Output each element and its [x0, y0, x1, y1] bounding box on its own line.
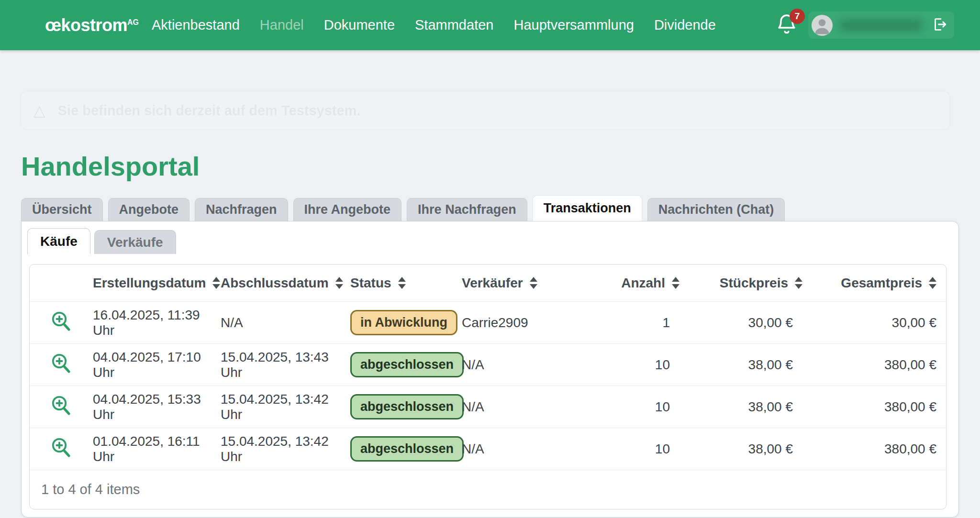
brand-logo-suffix: AG: [127, 18, 139, 26]
column-label: Erstellungsdatum: [93, 276, 206, 291]
table-row: 04.04.2025, 17:10 Uhr 15.04.2025, 13:43 …: [30, 344, 946, 386]
cell-erstellungsdatum: 04.04.2025, 15:33 Uhr: [93, 392, 221, 422]
notification-count-badge: 7: [790, 9, 805, 24]
column-label: Gesamtpreis: [841, 276, 922, 291]
column-label: Status: [350, 276, 391, 291]
tab-ihre-nachfragen[interactable]: Ihre Nachfragen: [407, 198, 527, 221]
column-label: Verkäufer: [462, 276, 523, 291]
bell-icon: [775, 31, 798, 39]
cell-abschlussdatum: 15.04.2025, 13:42 Uhr: [221, 392, 350, 422]
cell-gesamtpreis: 380,00 €: [802, 357, 946, 373]
sort-icon[interactable]: [929, 277, 936, 289]
tab-angebote[interactable]: Angebote: [108, 198, 190, 221]
table-pagination-summary: 1 to 4 of 4 items: [30, 470, 946, 509]
testsystem-ghost-banner: △ Sie befinden sich derzeit auf dem Test…: [20, 91, 950, 130]
status-badge: abgeschlossen: [350, 352, 464, 377]
sort-icon[interactable]: [795, 277, 802, 289]
sort-icon[interactable]: [672, 277, 679, 289]
sort-icon[interactable]: [335, 277, 343, 289]
main-content: Handelsportal Übersicht Angebote Nachfra…: [0, 150, 980, 518]
purchases-table: Erstellungsdatum Abschlussdatum Status V…: [29, 264, 947, 509]
cell-erstellungsdatum: 04.04.2025, 17:10 Uhr: [93, 350, 221, 380]
sort-icon[interactable]: [530, 277, 537, 289]
tab-nachrichten-chat[interactable]: Nachrichten (Chat): [647, 198, 785, 221]
cell-erstellungsdatum: 01.04.2025, 16:11 Uhr: [93, 434, 221, 464]
cell-status: in Abwicklung: [350, 310, 462, 335]
page-title: Handelsportal: [21, 150, 959, 182]
sort-icon[interactable]: [212, 277, 220, 289]
cell-anzahl: 10: [605, 399, 679, 415]
cell-anzahl: 10: [605, 357, 679, 373]
notifications-button[interactable]: 7: [775, 12, 802, 39]
table-row: 01.04.2025, 16:11 Uhr 15.04.2025, 13:42 …: [30, 428, 946, 470]
zoom-in-icon: [50, 309, 73, 336]
cell-verkaeufer: N/A: [462, 399, 605, 415]
tab-nachfragen[interactable]: Nachfragen: [195, 198, 288, 221]
column-label: Stückpreis: [720, 276, 788, 291]
cell-verkaeufer: N/A: [462, 357, 605, 373]
row-detail-button[interactable]: [30, 352, 93, 378]
status-badge: abgeschlossen: [350, 394, 464, 419]
sort-icon[interactable]: [398, 277, 406, 289]
logout-icon[interactable]: [931, 16, 947, 34]
table-row: 16.04.2025, 11:39 Uhr N/A in Abwicklung …: [30, 302, 946, 344]
status-badge: abgeschlossen: [350, 436, 464, 462]
portal-tabs: Übersicht Angebote Nachfragen Ihre Angeb…: [21, 195, 959, 221]
tab-transaktionen[interactable]: Transaktionen: [533, 195, 642, 221]
subtab-verkaeufe[interactable]: Verkäufe: [94, 230, 176, 254]
cell-verkaeufer: Carrie2909: [462, 315, 605, 331]
cell-gesamtpreis: 380,00 €: [802, 399, 946, 415]
cell-stueckpreis: 38,00 €: [679, 399, 802, 415]
ghost-banner-text: Sie befinden sich derzeit auf dem Testsy…: [58, 103, 361, 119]
column-header-stueckpreis[interactable]: Stückpreis: [679, 276, 802, 291]
table-row: 04.04.2025, 15:33 Uhr 15.04.2025, 13:42 …: [30, 386, 946, 428]
blurred-username: [839, 20, 923, 31]
nav-item-hauptversammlung[interactable]: Hauptversammlung: [513, 17, 634, 33]
cell-abschlussdatum: 15.04.2025, 13:42 Uhr: [221, 434, 350, 464]
column-label: Anzahl: [621, 276, 665, 291]
row-detail-button[interactable]: [30, 436, 93, 462]
nav-item-dokumente[interactable]: Dokumente: [324, 17, 395, 33]
user-account-chip[interactable]: [808, 11, 954, 39]
table-header-row: Erstellungsdatum Abschlussdatum Status V…: [30, 265, 946, 302]
warning-triangle-icon: △: [33, 101, 45, 120]
cell-anzahl: 10: [605, 441, 679, 457]
cell-erstellungsdatum: 16.04.2025, 11:39 Uhr: [93, 308, 221, 338]
trade-direction-subtabs: Käufe Verkäufe: [27, 228, 958, 254]
main-nav: Aktienbestand Handel Dokumente Stammdate…: [152, 0, 716, 50]
nav-item-handel[interactable]: Handel: [260, 17, 304, 33]
column-header-verkaeufer[interactable]: Verkäufer: [462, 276, 605, 291]
cell-status: abgeschlossen: [350, 394, 462, 419]
cell-abschlussdatum: 15.04.2025, 13:43 Uhr: [221, 350, 350, 380]
cell-status: abgeschlossen: [350, 352, 462, 377]
zoom-in-icon: [50, 352, 73, 378]
status-badge: in Abwicklung: [350, 310, 457, 335]
cell-verkaeufer: N/A: [462, 441, 605, 457]
column-header-abschlussdatum[interactable]: Abschlussdatum: [221, 276, 350, 291]
column-header-gesamtpreis[interactable]: Gesamtpreis: [802, 276, 946, 291]
column-header-status[interactable]: Status: [350, 276, 462, 291]
row-detail-button[interactable]: [30, 394, 93, 420]
nav-item-stammdaten[interactable]: Stammdaten: [415, 17, 493, 33]
user-avatar-icon: [812, 15, 833, 36]
row-detail-button[interactable]: [30, 309, 93, 336]
transactions-panel: Käufe Verkäufe Erstellungsdatum Abschlus…: [21, 221, 959, 518]
subtab-kaeufe[interactable]: Käufe: [27, 228, 90, 254]
cell-gesamtpreis: 30,00 €: [802, 315, 946, 331]
cell-status: abgeschlossen: [350, 436, 462, 462]
column-header-erstellungsdatum[interactable]: Erstellungsdatum: [93, 276, 221, 291]
brand-logo-text: œkostrom: [45, 15, 127, 35]
cell-gesamtpreis: 380,00 €: [802, 441, 946, 457]
cell-abschlussdatum: N/A: [221, 315, 350, 331]
column-header-anzahl[interactable]: Anzahl: [605, 276, 679, 291]
brand-logo[interactable]: œkostromAG: [45, 15, 139, 35]
tab-uebersicht[interactable]: Übersicht: [21, 198, 103, 221]
nav-item-dividende[interactable]: Dividende: [654, 17, 716, 33]
tab-ihre-angebote[interactable]: Ihre Angebote: [293, 198, 402, 221]
cell-stueckpreis: 30,00 €: [679, 315, 802, 331]
column-label: Abschlussdatum: [221, 276, 329, 291]
app-header: œkostromAG Aktienbestand Handel Dokument…: [0, 0, 980, 50]
zoom-in-icon: [50, 394, 73, 420]
nav-item-aktienbestand[interactable]: Aktienbestand: [152, 17, 240, 33]
zoom-in-icon: [50, 436, 73, 462]
